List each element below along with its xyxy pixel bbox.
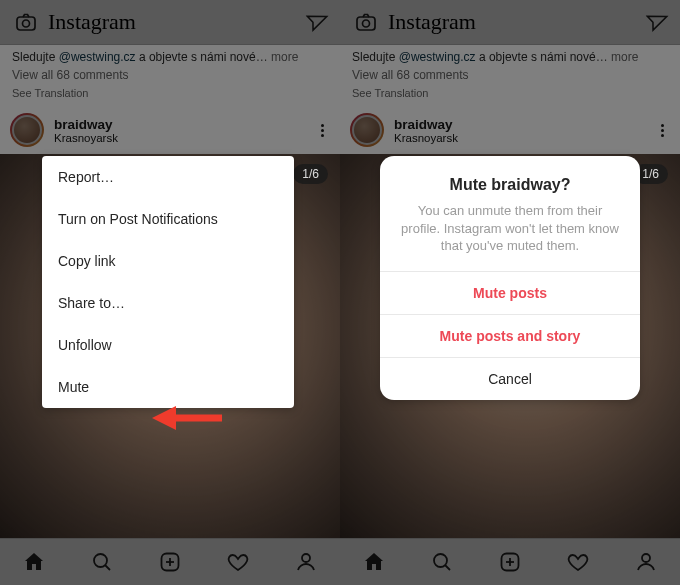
menu-copy-link[interactable]: Copy link [42, 240, 294, 282]
menu-unfollow[interactable]: Unfollow [42, 324, 294, 366]
cancel-button[interactable]: Cancel [380, 357, 640, 400]
menu-share-to[interactable]: Share to… [42, 282, 294, 324]
menu-notifications[interactable]: Turn on Post Notifications [42, 198, 294, 240]
mute-posts-story-button[interactable]: Mute posts and story [380, 314, 640, 357]
dialog-title: Mute braidway? [400, 176, 620, 194]
mute-dialog: Mute braidway? You can unmute them from … [380, 156, 640, 400]
menu-report[interactable]: Report… [42, 156, 294, 198]
phone-right: Instagram Sledujte @westwing.cz a objevt… [340, 0, 680, 585]
dialog-body: You can unmute them from their profile. … [400, 202, 620, 255]
annotation-arrow-icon [150, 400, 228, 436]
carousel-counter: 1/6 [293, 164, 328, 184]
phone-left: Instagram Sledujte @westwing.cz a objevt… [0, 0, 340, 585]
svg-marker-3 [152, 406, 176, 430]
post-options-menu: Report… Turn on Post Notifications Copy … [42, 156, 294, 408]
mute-posts-button[interactable]: Mute posts [380, 271, 640, 314]
